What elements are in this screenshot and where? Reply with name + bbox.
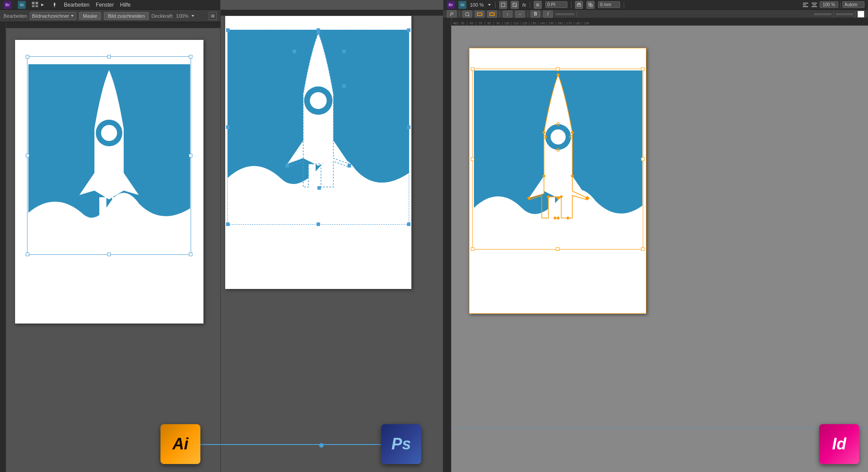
zoom-dropdown-icon[interactable] — [487, 3, 492, 7]
id-tool-2[interactable] — [511, 1, 519, 9]
rocket-illustration-id — [469, 48, 647, 314]
bridge-icon-id[interactable]: Br — [447, 1, 455, 9]
svg-rect-3 — [35, 5, 38, 7]
workspace-indesign — [451, 26, 868, 472]
menu-bearbeiten[interactable]: Bearbeiten — [64, 2, 90, 8]
svg-line-12 — [513, 3, 516, 7]
deckkraft-value: 100% — [176, 13, 188, 19]
auto-input[interactable]: Autom — [842, 1, 864, 8]
toolbar-illustrator: Bearbeiten Bildnachzeichner Maske Bild z… — [0, 10, 220, 22]
toolbar2-indesign: P ↕ ↔ B I — [443, 10, 868, 19]
rocket-toolbar-icon — [51, 2, 58, 8]
id-tool-1[interactable] — [499, 1, 507, 9]
svg-rect-10 — [501, 3, 505, 7]
badge-connector-dot — [319, 443, 324, 448]
svg-point-49 — [551, 129, 566, 144]
maske-button[interactable]: Maske — [79, 12, 101, 20]
workspace-illustrator — [0, 22, 220, 472]
indesign-canvas — [469, 48, 646, 314]
svg-point-23 — [465, 12, 469, 16]
badge-connector-line — [200, 444, 381, 445]
ruler-horizontal-illustrator — [6, 22, 220, 28]
svg-rect-1 — [35, 2, 38, 4]
svg-rect-2 — [32, 5, 35, 7]
workspace-switcher[interactable] — [32, 2, 45, 8]
ruler-horizontal-indesign: 40 50 60 70 80 90 100 110 120 130 140 15… — [451, 18, 868, 26]
toolbar-bearbeiten-label: Bearbeiten — [4, 13, 27, 19]
svg-marker-4 — [41, 4, 44, 6]
illustrator-badge[interactable]: Ai — [160, 424, 200, 464]
svg-rect-50 — [548, 197, 555, 218]
indesign-badge[interactable]: Id — [819, 424, 859, 464]
id-tool-btn-3[interactable] — [487, 11, 497, 18]
photoshop-canvas — [225, 10, 411, 289]
deckkraft-label: Deckkraft: — [152, 13, 174, 19]
svg-rect-25 — [477, 13, 482, 16]
ruler-vertical-illustrator — [0, 22, 6, 472]
rocket-illustration-ai — [15, 40, 203, 324]
menu-hilfe[interactable]: Hilfe — [120, 2, 131, 8]
svg-marker-9 — [488, 4, 491, 6]
bridge-icon-small[interactable]: Br — [4, 1, 12, 9]
menu-fenster[interactable]: Fenster — [96, 2, 114, 8]
id-color-swatch[interactable] — [857, 11, 864, 18]
svg-rect-26 — [490, 13, 494, 16]
svg-marker-5 — [71, 15, 74, 17]
top-menubar-indesign: Br St 100 % fx ⊞ 100 % Autom — [443, 0, 868, 10]
illustrator-canvas — [15, 40, 203, 324]
id-bold-btn[interactable]: B — [531, 11, 540, 18]
id-arrange-icon[interactable] — [575, 1, 583, 9]
id-zoom-label: 100 % — [470, 2, 484, 8]
fx-label[interactable]: fx — [522, 2, 526, 8]
svg-rect-38 — [309, 164, 316, 187]
id-tool-btn-5[interactable]: ↔ — [515, 11, 525, 18]
bildnachzeichner-dropdown[interactable]: Bildnachzeichner — [30, 12, 76, 20]
svg-point-37 — [310, 92, 327, 109]
id-size-input[interactable] — [814, 13, 832, 15]
stock-icon-id[interactable]: St — [458, 1, 466, 9]
svg-rect-34 — [113, 213, 118, 226]
svg-point-30 — [101, 125, 117, 141]
top-menubar-illustrator: Br St Bearbeiten Fenster Hilfe — [0, 0, 220, 10]
workspace-photoshop — [220, 10, 443, 472]
id-transform-icon[interactable]: ⊞ — [534, 1, 542, 9]
svg-rect-51 — [561, 197, 568, 218]
svg-line-24 — [469, 16, 469, 16]
id-italic-btn[interactable]: I — [543, 11, 553, 18]
bild-zuschneiden-button[interactable]: Bild zuschneiden — [104, 12, 149, 20]
svg-rect-39 — [321, 164, 328, 187]
id-style-dropdown[interactable] — [555, 13, 574, 15]
deckkraft-expand-icon[interactable] — [191, 14, 195, 18]
id-type-tool[interactable]: P — [447, 10, 457, 18]
id-tool-btn-4[interactable]: ↕ — [503, 11, 512, 18]
photoshop-badge[interactable]: Ps — [381, 424, 421, 464]
align-center-icon[interactable] — [811, 1, 818, 8]
panel-toggle-icon[interactable] — [209, 12, 217, 20]
id-leading-input[interactable] — [836, 13, 853, 15]
svg-marker-6 — [192, 15, 194, 17]
id-guide-line — [451, 427, 868, 428]
id-tool-btn-2[interactable] — [475, 11, 485, 18]
align-left-icon[interactable] — [802, 1, 809, 8]
ruler-horizontal-ps — [221, 10, 443, 16]
id-arrange-2-icon[interactable] — [586, 1, 594, 9]
ruler-vertical-indesign — [443, 18, 451, 472]
rocket-illustration-ps — [225, 10, 411, 289]
stock-icon-small[interactable]: St — [18, 1, 26, 9]
percent-input[interactable]: 100 % — [820, 1, 838, 8]
svg-rect-33 — [101, 213, 105, 226]
pt-input[interactable] — [545, 1, 567, 8]
id-tool-btn-1[interactable] — [462, 11, 472, 18]
mm-input[interactable] — [598, 1, 620, 8]
svg-rect-0 — [32, 2, 35, 4]
